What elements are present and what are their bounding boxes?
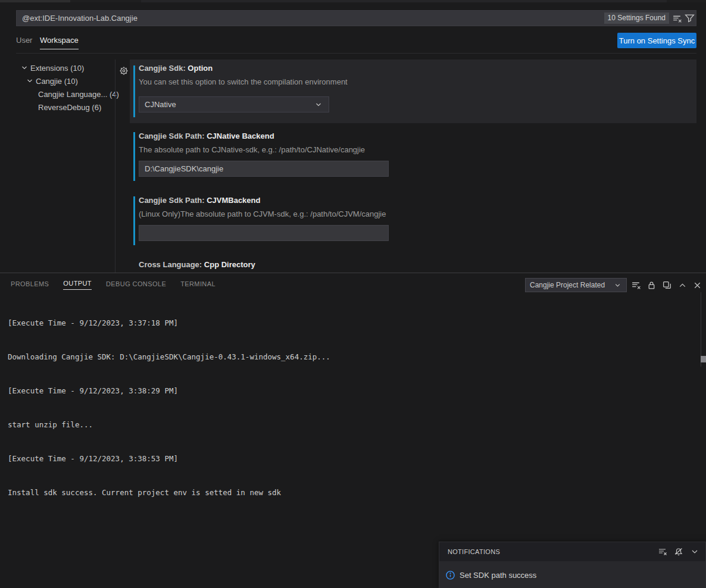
sdk-path-cjnative-input[interactable] (139, 161, 389, 177)
editor-tab-strip (70, 0, 141, 2)
modified-indicator (133, 196, 135, 245)
bottom-panel: PROBLEMS OUTPUT DEBUG CONSOLE TERMINAL C… (0, 273, 706, 588)
select-value: Cangjie Project Related (530, 281, 605, 289)
setting-title: Cangjie Sdk Path: CJNative Backend (139, 132, 274, 140)
setting-row-cross-language-cpp[interactable]: Cross Language: Cpp Directory (130, 260, 696, 273)
output-line: [Execute Time - 9/12/2023, 3:37:18 PM] (8, 317, 330, 329)
setting-name: Option (188, 64, 213, 73)
setting-row-sdk-path-cjnative[interactable]: Cangjie Sdk Path: CJNative Backend The a… (130, 132, 696, 185)
toc-item-reversedebug[interactable]: ReverseDebug (6) (38, 101, 101, 113)
setting-description: (Linux Only)The absolute path to CJVM-sd… (139, 209, 386, 218)
output-line: Install sdk success. Current project env… (8, 487, 330, 498)
setting-category: Cangjie Sdk Path: (139, 132, 207, 140)
notification-item[interactable]: Set SDK path success (439, 561, 705, 588)
scrollbar-thumb[interactable] (701, 356, 706, 362)
setting-category: Cross Language: (139, 260, 204, 269)
toc-label: Extensions (10) (30, 64, 84, 73)
clear-all-notifications-icon[interactable] (658, 547, 667, 556)
hide-notifications-chevron-icon[interactable] (690, 547, 699, 556)
setting-gear-icon[interactable] (119, 66, 129, 76)
tab-debug-console[interactable]: DEBUG CONSOLE (106, 277, 166, 290)
output-line: start unzip file... (8, 419, 330, 430)
tab-output[interactable]: OUTPUT (63, 276, 92, 290)
output-log[interactable]: [Execute Time - 9/12/2023, 3:37:18 PM] D… (8, 295, 330, 521)
setting-title: Cross Language: Cpp Directory (139, 260, 255, 269)
tab-problems[interactable]: PROBLEMS (11, 277, 49, 290)
modified-indicator (133, 65, 135, 117)
settings-found-badge: 10 Settings Found (604, 12, 669, 24)
chevron-down-icon (25, 76, 35, 86)
editor-tab-strip (0, 0, 70, 2)
turn-on-settings-sync-button[interactable]: Turn on Settings Sync (617, 33, 696, 48)
setting-row-cangjie-sdk-option[interactable]: Cangjie Sdk: Option You can set this opt… (130, 60, 696, 123)
toc-label: Cangjie Language... (4) (38, 90, 119, 99)
notifications-header: NOTIFICATIONS (439, 542, 705, 561)
notifications-center: NOTIFICATIONS (439, 542, 706, 588)
select-value: CJNative (145, 100, 176, 109)
maximize-panel-icon[interactable] (677, 280, 688, 290)
setting-category: Cangjie Sdk: (139, 64, 188, 73)
clear-output-icon[interactable] (631, 280, 641, 290)
sdk-option-select[interactable]: CJNative (139, 96, 329, 112)
toc-label: ReverseDebug (6) (38, 103, 101, 112)
vscode-window: 10 Settings Found User Workspace Turn on… (0, 0, 706, 588)
editor-tab-strip (141, 0, 667, 2)
output-line: [Execute Time - 9/12/2023, 3:38:29 PM] (8, 385, 330, 396)
close-panel-icon[interactable] (692, 280, 702, 290)
editor-tab-strip (667, 0, 706, 2)
tab-user[interactable]: User (16, 36, 32, 49)
toc-item-cangjie[interactable]: Cangjie (10) (25, 75, 78, 87)
output-channel-select[interactable]: Cangjie Project Related (525, 278, 627, 292)
tab-terminal[interactable]: TERMINAL (180, 277, 215, 290)
toc-label: Cangjie (10) (36, 77, 78, 86)
clear-search-filters-icon[interactable] (672, 14, 682, 24)
modified-indicator (133, 132, 135, 181)
notifications-title: NOTIFICATIONS (448, 548, 500, 555)
info-icon (445, 570, 455, 580)
notification-message: Set SDK path success (460, 571, 536, 580)
lock-autoscroll-icon[interactable] (646, 280, 657, 290)
tab-workspace[interactable]: Workspace (40, 36, 79, 49)
setting-title: Cangjie Sdk: Option (139, 64, 213, 73)
sdk-path-cjvm-input[interactable] (139, 225, 389, 241)
output-line: Downloading Cangjie SDK: D:\CangjieSDK\C… (8, 351, 330, 362)
setting-name: CJVMBackend (207, 196, 260, 205)
toc-divider (115, 60, 115, 273)
chevron-down-icon (20, 63, 29, 73)
setting-category: Cangjie Sdk Path: (139, 196, 207, 205)
chevron-down-icon (314, 100, 323, 110)
output-line: [Execute Time - 9/12/2023, 3:38:53 PM] (8, 453, 330, 464)
setting-row-sdk-path-cjvm[interactable]: Cangjie Sdk Path: CJVMBackend (Linux Onl… (130, 196, 696, 249)
chevron-down-icon (613, 281, 622, 290)
filter-settings-icon[interactable] (685, 13, 695, 23)
toc-item-cangjie-language[interactable]: Cangjie Language... (4) (38, 88, 119, 100)
header-divider (16, 53, 696, 54)
open-output-in-editor-icon[interactable] (662, 280, 672, 290)
setting-description: The absolute path to CJNative-sdk, e.g.:… (139, 145, 365, 154)
panel-tabs: PROBLEMS OUTPUT DEBUG CONSOLE TERMINAL (11, 273, 215, 293)
setting-name: CJNative Backend (207, 132, 274, 140)
setting-title: Cangjie Sdk Path: CJVMBackend (139, 196, 260, 205)
setting-name: Cpp Directory (204, 260, 255, 269)
setting-description: You can set this option to switch the co… (139, 77, 348, 86)
toc-item-extensions[interactable]: Extensions (10) (20, 62, 84, 74)
do-not-disturb-bell-icon[interactable] (674, 547, 683, 556)
settings-search-input[interactable] (16, 10, 696, 26)
